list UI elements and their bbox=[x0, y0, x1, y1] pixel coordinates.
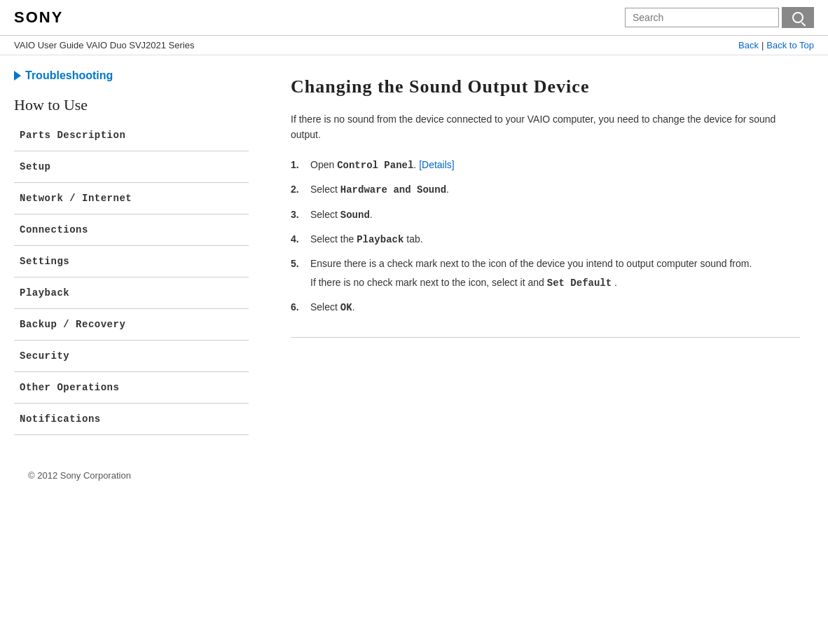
step-6-content: Select OK. bbox=[310, 299, 800, 315]
sidebar-nav: Parts Description Setup Network / Intern… bbox=[14, 120, 249, 435]
step-5-number: 5. bbox=[291, 256, 310, 291]
step-5-content: Ensure there is a check mark next to the… bbox=[310, 256, 800, 291]
step-1-number: 1. bbox=[291, 157, 310, 173]
step-2-number: 2. bbox=[291, 181, 310, 198]
step-2-content: Select Hardware and Sound. bbox=[310, 181, 800, 198]
step-5-sub: If there is no check mark next to the ic… bbox=[310, 275, 800, 291]
step-5: 5. Ensure there is a check mark next to … bbox=[291, 256, 800, 291]
nav-item-notifications[interactable]: Notifications bbox=[14, 404, 249, 435]
header: SONY bbox=[0, 0, 828, 36]
intro-paragraph: If there is no sound from the device con… bbox=[291, 111, 800, 143]
back-link[interactable]: Back bbox=[738, 40, 759, 50]
nav-link-settings[interactable]: Settings bbox=[14, 246, 249, 277]
ok-label: OK bbox=[340, 302, 352, 313]
sony-logo: SONY bbox=[14, 8, 63, 27]
guide-title: VAIO User Guide VAIO Duo SVJ2021 Series bbox=[14, 40, 194, 50]
nav-item-network[interactable]: Network / Internet bbox=[14, 183, 249, 214]
content-area: Changing the Sound Output Device If ther… bbox=[263, 55, 828, 509]
main-layout: Troubleshooting How to Use Parts Descrip… bbox=[0, 55, 828, 509]
chevron-right-icon bbox=[14, 71, 21, 81]
breadcrumb-bar: VAIO User Guide VAIO Duo SVJ2021 Series … bbox=[0, 36, 828, 55]
nav-item-playback[interactable]: Playback bbox=[14, 278, 249, 309]
details-link[interactable]: [Details] bbox=[419, 159, 455, 170]
nav-item-settings[interactable]: Settings bbox=[14, 246, 249, 278]
step-1: 1. Open Control Panel. [Details] bbox=[291, 157, 800, 173]
back-to-top-link[interactable]: Back to Top bbox=[766, 40, 814, 50]
copyright: © 2012 Sony Corporation bbox=[14, 456, 249, 495]
hardware-sound-label: Hardware and Sound bbox=[340, 184, 446, 196]
nav-item-security[interactable]: Security bbox=[14, 341, 249, 372]
step-3-content: Select Sound. bbox=[310, 207, 800, 223]
nav-link-network[interactable]: Network / Internet bbox=[14, 183, 249, 214]
sidebar: Troubleshooting How to Use Parts Descrip… bbox=[0, 55, 263, 509]
step-4: 4. Select the Playback tab. bbox=[291, 231, 800, 247]
step-1-content: Open Control Panel. [Details] bbox=[310, 157, 800, 173]
nav-item-backup[interactable]: Backup / Recovery bbox=[14, 309, 249, 341]
nav-link-playback[interactable]: Playback bbox=[14, 278, 249, 308]
step-3: 3. Select Sound. bbox=[291, 207, 800, 223]
nav-item-connections[interactable]: Connections bbox=[14, 214, 249, 246]
nav-link-setup[interactable]: Setup bbox=[14, 151, 249, 182]
nav-link-connections[interactable]: Connections bbox=[14, 214, 249, 245]
playback-label: Playback bbox=[357, 234, 403, 245]
page-title: Changing the Sound Output Device bbox=[291, 76, 800, 97]
control-panel-label: Control Panel bbox=[337, 160, 413, 171]
troubleshooting-label: Troubleshooting bbox=[25, 69, 113, 82]
nav-item-other[interactable]: Other Operations bbox=[14, 372, 249, 404]
nav-link-other[interactable]: Other Operations bbox=[14, 372, 249, 403]
step-6-number: 6. bbox=[291, 299, 310, 315]
step-2: 2. Select Hardware and Sound. bbox=[291, 181, 800, 198]
how-to-use-heading: How to Use bbox=[14, 96, 249, 114]
search-button[interactable] bbox=[782, 7, 814, 28]
content-divider bbox=[291, 337, 800, 338]
nav-separator: | bbox=[761, 40, 764, 50]
nav-item-parts[interactable]: Parts Description bbox=[14, 120, 249, 151]
step-3-number: 3. bbox=[291, 207, 310, 223]
nav-link-security[interactable]: Security bbox=[14, 341, 249, 371]
steps-list: 1. Open Control Panel. [Details] 2. Sele… bbox=[291, 157, 800, 316]
sound-label: Sound bbox=[340, 210, 370, 221]
step-4-content: Select the Playback tab. bbox=[310, 231, 800, 247]
step-4-number: 4. bbox=[291, 231, 310, 247]
nav-links: Back | Back to Top bbox=[738, 40, 814, 50]
nav-item-setup[interactable]: Setup bbox=[14, 151, 249, 183]
nav-link-parts[interactable]: Parts Description bbox=[14, 120, 249, 151]
search-icon bbox=[792, 12, 803, 23]
set-default-label: Set Default bbox=[547, 278, 612, 289]
step-6: 6. Select OK. bbox=[291, 299, 800, 315]
search-area bbox=[625, 7, 814, 28]
nav-link-backup[interactable]: Backup / Recovery bbox=[14, 309, 249, 340]
nav-link-notifications[interactable]: Notifications bbox=[14, 404, 249, 434]
troubleshooting-heading[interactable]: Troubleshooting bbox=[14, 69, 249, 82]
search-input[interactable] bbox=[625, 8, 779, 27]
